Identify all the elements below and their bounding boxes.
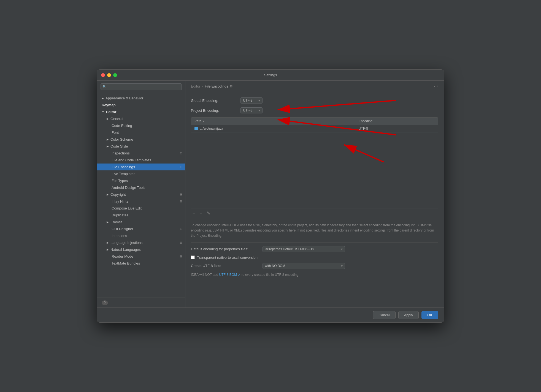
chevron-down-icon: ▼	[102, 110, 104, 113]
project-encoding-label: Project Encoding:	[191, 108, 238, 113]
sidebar-item-label: File Types	[112, 179, 128, 183]
sidebar-item-file-types[interactable]: File Types	[97, 177, 185, 184]
settings-icon: ⊞	[180, 241, 182, 244]
search-input[interactable]	[101, 83, 182, 90]
create-utf8-label: Create UTF-8 files:	[191, 264, 260, 268]
sidebar-item-textmate-bundles[interactable]: TextMate Bundles	[97, 260, 185, 267]
ok-button[interactable]: OK	[421, 311, 438, 319]
project-encoding-select-wrapper: UTF-8 ▼	[240, 107, 263, 113]
help-icon[interactable]: ?	[102, 300, 108, 305]
sidebar-item-natural-languages[interactable]: ▶ Natural Languages	[97, 246, 185, 253]
sidebar-item-appearance[interactable]: ▶ Appearance & Behavior	[97, 95, 185, 102]
sidebar-item-compose-live-edit[interactable]: Compose Live Edit	[97, 205, 185, 212]
search-wrapper: 🔍	[101, 83, 182, 90]
global-encoding-row: Global Encoding: UTF-8 ▼	[191, 97, 438, 104]
description-text: To change encoding IntelliJ IDEA uses fo…	[191, 220, 438, 241]
chevron-right-icon: ▶	[107, 248, 109, 251]
path-label: Path	[194, 119, 201, 123]
sidebar-item-gui-designer[interactable]: GUI Designer ⊞	[97, 225, 185, 232]
sidebar-item-inspections[interactable]: Inspections ⊞	[97, 150, 185, 157]
sidebar-item-label: Keymap	[102, 103, 116, 107]
sidebar-item-font[interactable]: Font	[97, 129, 185, 136]
sidebar-item-label: Duplicates	[112, 213, 128, 217]
bom-note-suffix: to every created file in UTF-8 encoding	[240, 273, 298, 277]
forward-button[interactable]: ›	[437, 84, 438, 88]
sidebar-item-emmet[interactable]: ▶ Emmet	[97, 219, 185, 225]
sidebar-item-file-and-code-templates[interactable]: File and Code Templates	[97, 157, 185, 164]
breadcrumb-separator: ›	[202, 84, 203, 88]
panel-content: Global Encoding: UTF-8 ▼ Project Encodin…	[185, 92, 444, 307]
sidebar-item-label: Code Style	[110, 144, 128, 148]
sidebar-item-general[interactable]: ▶ General	[97, 115, 185, 122]
default-encoding-label: Default encoding for properties files:	[191, 247, 260, 251]
settings-icon: ⊞	[180, 193, 182, 196]
sidebar-item-keymap[interactable]: Keymap	[97, 102, 185, 108]
sidebar-item-intentions[interactable]: Intentions	[97, 232, 185, 239]
sidebar-item-color-scheme[interactable]: ▶ Color Scheme	[97, 136, 185, 143]
sidebar-item-label: Language Injections	[110, 241, 142, 245]
sidebar-item-copyright[interactable]: ▶ Copyright ⊞	[97, 191, 185, 198]
path-column-header: Path ▲	[191, 118, 355, 125]
encoding-table: Path ▲ Encoding .../src/main	[191, 117, 438, 205]
breadcrumb-icon: ⊞	[230, 85, 232, 88]
sidebar-item-label: General	[110, 117, 123, 121]
table-header: Path ▲ Encoding	[191, 118, 438, 125]
encoding-column-header: Encoding	[355, 118, 438, 125]
sidebar-item-file-encodings[interactable]: File Encodings ⊞	[97, 164, 185, 170]
sidebar-item-duplicates[interactable]: Duplicates	[97, 212, 185, 219]
settings-icon: ⊞	[180, 200, 182, 203]
project-encoding-select[interactable]: UTF-8	[240, 107, 263, 113]
breadcrumb-left: Editor › File Encodings ⊞	[191, 84, 232, 88]
sidebar-item-label: Intentions	[112, 234, 127, 238]
sidebar-item-label: Inspections	[112, 151, 130, 155]
close-button[interactable]	[101, 73, 105, 77]
edit-button[interactable]: ✎	[205, 210, 212, 216]
settings-icon: ⊞	[180, 165, 182, 169]
add-button[interactable]: +	[191, 210, 197, 216]
sidebar-nav: ▶ Appearance & Behavior Keymap ▼ Editor …	[97, 93, 185, 298]
sidebar-item-label: Reader Mode	[112, 254, 133, 258]
chevron-right-icon: ▶	[107, 138, 109, 141]
cancel-button[interactable]: Cancel	[373, 311, 395, 319]
create-utf8-select[interactable]: with NO BOM	[263, 263, 345, 269]
sidebar-item-inlay-hints[interactable]: Inlay Hints ⊞	[97, 198, 185, 205]
breadcrumb-parent: Editor	[191, 84, 200, 88]
default-encoding-select[interactable]: <Properties Default: ISO-8859-1>	[263, 246, 345, 252]
back-button[interactable]: ‹	[434, 84, 435, 88]
sidebar-item-label: Appearance & Behavior	[106, 96, 143, 100]
sidebar-item-label: Font	[112, 130, 119, 135]
sidebar-item-code-editing[interactable]: Code Editing	[97, 122, 185, 129]
chevron-right-icon: ▶	[107, 117, 109, 120]
transparent-ascii-label: Transparent native-to-ascii conversion	[197, 255, 258, 260]
sidebar-item-label: File Encodings	[112, 165, 135, 169]
sidebar: 🔍 ▶ Appearance & Behavior Keymap ▼ Edito…	[97, 81, 185, 307]
minimize-button[interactable]	[107, 73, 111, 77]
apply-button[interactable]: Apply	[398, 311, 419, 319]
sidebar-item-label: Inlay Hints	[112, 199, 128, 203]
sidebar-item-language-injections[interactable]: ▶ Language Injections ⊞	[97, 239, 185, 246]
sidebar-item-label: GUI Designer	[112, 227, 133, 231]
path-cell: .../src/main/java	[191, 125, 355, 132]
sidebar-item-label: Editor	[106, 110, 117, 114]
global-encoding-select[interactable]: UTF-8	[240, 97, 263, 104]
table-body: .../src/main/java UTF-8	[191, 125, 438, 205]
table-row[interactable]: .../src/main/java UTF-8	[191, 125, 438, 132]
sidebar-item-label: Compose Live Edit	[112, 206, 142, 210]
transparent-ascii-row: Transparent native-to-ascii conversion	[191, 255, 438, 260]
sidebar-item-android-design-tools[interactable]: Android Design Tools	[97, 184, 185, 191]
folder-icon	[194, 127, 198, 130]
sidebar-item-editor[interactable]: ▼ Editor	[97, 108, 185, 115]
global-encoding-select-wrapper: UTF-8 ▼	[240, 97, 263, 104]
default-encoding-row: Default encoding for properties files: <…	[191, 246, 438, 252]
settings-icon: ⊞	[180, 255, 182, 258]
bom-link[interactable]: UTF-8 BOM ↗	[219, 273, 240, 277]
window-title: Settings	[264, 73, 277, 77]
bom-note: IDEA will NOT add UTF-8 BOM ↗ to every c…	[191, 272, 438, 277]
maximize-button[interactable]	[113, 73, 117, 77]
sidebar-item-reader-mode[interactable]: Reader Mode ⊞	[97, 253, 185, 260]
bottom-settings: Default encoding for properties files: <…	[191, 243, 438, 277]
transparent-ascii-checkbox[interactable]	[191, 255, 195, 259]
sidebar-item-code-style[interactable]: ▶ Code Style	[97, 143, 185, 150]
sidebar-item-live-templates[interactable]: Live Templates	[97, 170, 185, 177]
remove-button[interactable]: −	[198, 210, 204, 216]
